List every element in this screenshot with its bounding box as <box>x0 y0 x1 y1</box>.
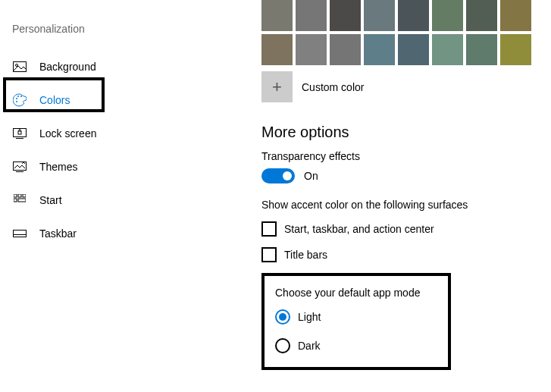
sidebar-item-background[interactable]: Background <box>0 50 197 83</box>
color-swatch[interactable] <box>261 0 293 31</box>
sidebar-item-label: Start <box>39 194 62 206</box>
transparency-toggle[interactable] <box>261 168 295 183</box>
color-swatch[interactable] <box>296 34 327 65</box>
svg-rect-13 <box>23 194 26 197</box>
color-swatch-grid <box>261 0 542 65</box>
sidebar-item-label: Lock screen <box>39 127 96 140</box>
svg-rect-12 <box>18 194 21 197</box>
svg-rect-16 <box>14 230 27 237</box>
sidebar: Personalization Background Colors Lock s… <box>0 0 197 250</box>
more-options-heading: More options <box>261 124 542 141</box>
accent-surfaces-label: Show accent color on the following surfa… <box>261 199 542 211</box>
svg-rect-6 <box>14 129 27 137</box>
svg-rect-14 <box>14 199 17 202</box>
transparency-state: On <box>304 170 318 182</box>
checkbox-icon <box>261 221 277 237</box>
sidebar-item-label: Background <box>39 61 96 73</box>
radio-icon <box>275 338 290 353</box>
color-swatch[interactable] <box>364 0 395 31</box>
radio-icon <box>275 309 290 325</box>
accent-titlebars-checkbox-row[interactable]: Title bars <box>261 247 542 262</box>
taskbar-icon <box>12 226 27 241</box>
sidebar-item-start[interactable]: Start <box>0 183 197 217</box>
color-swatch[interactable] <box>500 34 531 65</box>
color-swatch[interactable] <box>432 0 463 31</box>
svg-point-4 <box>20 96 22 97</box>
app-mode-light-radio[interactable]: Light <box>275 309 437 325</box>
app-mode-section: Choose your default app mode Light Dark <box>261 273 451 370</box>
toggle-knob <box>283 171 292 180</box>
sidebar-title: Personalization <box>0 23 197 35</box>
app-mode-dark-label: Dark <box>298 340 321 352</box>
color-swatch[interactable] <box>330 0 361 31</box>
transparency-label: Transparency effects <box>261 150 542 162</box>
color-swatch[interactable] <box>364 34 395 65</box>
sidebar-item-label: Themes <box>39 161 78 173</box>
color-swatch[interactable] <box>330 34 361 65</box>
svg-point-2 <box>16 98 17 99</box>
transparency-toggle-row: On <box>261 168 542 183</box>
sidebar-item-label: Taskbar <box>39 227 77 240</box>
plus-icon: + <box>272 77 282 97</box>
accent-start-label: Start, taskbar, and action center <box>284 223 434 235</box>
color-swatch[interactable] <box>500 0 531 31</box>
svg-rect-15 <box>18 199 26 202</box>
custom-color-button[interactable]: + <box>261 71 293 102</box>
start-tiles-icon <box>12 193 27 208</box>
accent-titlebars-label: Title bars <box>284 249 327 261</box>
sidebar-item-themes[interactable]: Themes <box>0 150 197 183</box>
color-swatch[interactable] <box>398 34 429 65</box>
color-swatch[interactable] <box>432 34 463 65</box>
app-mode-dark-radio[interactable]: Dark <box>275 338 437 353</box>
color-swatch[interactable] <box>261 34 293 65</box>
color-swatch[interactable] <box>296 0 327 31</box>
sidebar-item-taskbar[interactable]: Taskbar <box>0 217 197 250</box>
svg-rect-0 <box>14 62 27 72</box>
sidebar-item-colors[interactable]: Colors <box>0 83 197 117</box>
custom-color-row: + Custom color <box>261 71 542 102</box>
app-mode-light-label: Light <box>298 311 321 323</box>
checkbox-icon <box>261 247 277 262</box>
svg-rect-7 <box>18 131 21 134</box>
lock-screen-icon <box>12 126 27 141</box>
color-swatch[interactable] <box>466 34 497 65</box>
sidebar-item-label: Colors <box>39 94 70 106</box>
accent-start-checkbox-row[interactable]: Start, taskbar, and action center <box>261 221 542 237</box>
color-swatch[interactable] <box>466 0 497 31</box>
svg-point-1 <box>16 64 18 67</box>
picture-icon <box>12 59 27 74</box>
main-content: + Custom color More options Transparency… <box>261 0 542 370</box>
custom-color-label: Custom color <box>302 81 364 93</box>
color-swatch[interactable] <box>398 0 429 31</box>
svg-point-3 <box>17 96 19 97</box>
themes-icon <box>12 159 27 174</box>
svg-rect-11 <box>14 194 17 197</box>
svg-point-5 <box>16 101 17 102</box>
sidebar-item-lock-screen[interactable]: Lock screen <box>0 117 197 150</box>
app-mode-heading: Choose your default app mode <box>275 287 437 299</box>
palette-icon <box>12 93 27 108</box>
